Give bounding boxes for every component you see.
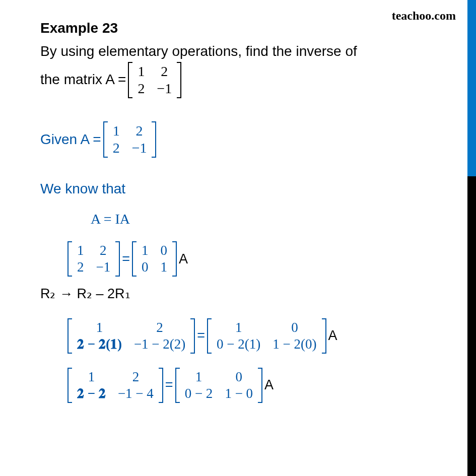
e2L-r1c1: 1 bbox=[74, 319, 125, 336]
question-prefix: the matrix A = bbox=[40, 70, 126, 90]
eq2: 1 𝟐 − 𝟐(𝟏) 2 −1 − 2(2) = 1 0 − 2(1) 0 1 … bbox=[40, 318, 427, 354]
gA-r1c1: 1 bbox=[110, 122, 123, 140]
eq3-sep: = bbox=[165, 377, 173, 393]
e3L-r1c2: 2 bbox=[115, 369, 157, 385]
question-line1: By using elementary operations, find the… bbox=[40, 41, 427, 62]
accent-bar-top bbox=[467, 0, 476, 176]
matrix-A-question: 1 2 2 −1 bbox=[128, 62, 181, 98]
e1R-r2c1: 0 bbox=[139, 259, 152, 276]
eq3-suffix: A bbox=[264, 377, 274, 393]
e1R-r1c2: 0 bbox=[158, 242, 171, 259]
example-title: Example 23 bbox=[40, 20, 427, 36]
given-prefix: Given A = bbox=[40, 131, 101, 148]
e1L-r1c2: 2 bbox=[93, 242, 114, 259]
e2R-r2c1: 0 − 2(1) bbox=[214, 336, 263, 353]
e1L-r2c1: 2 bbox=[74, 259, 87, 276]
e1R-r2c2: 1 bbox=[158, 259, 171, 276]
accent-bar-bottom bbox=[467, 176, 476, 476]
mA-r1c2: 2 bbox=[154, 63, 175, 80]
e2L-r2c2: −1 − 2(2) bbox=[131, 336, 188, 353]
e3L-r1c1: 1 bbox=[74, 369, 109, 385]
e2R-r1c1: 1 bbox=[214, 319, 263, 336]
given-line: Given A = 1 2 2 −1 bbox=[40, 121, 427, 158]
mA-r1c1: 1 bbox=[134, 63, 148, 80]
gA-r2c2: −1 bbox=[129, 140, 150, 157]
e2R-r2c2: 1 − 2(0) bbox=[269, 336, 319, 353]
e3R-r2c1: 0 − 2 bbox=[182, 385, 216, 402]
mA-r2c2: −1 bbox=[154, 80, 175, 97]
e3L-r2c2: −1 − 4 bbox=[115, 385, 157, 402]
eq2-right: 1 0 − 2(1) 0 1 − 2(0) bbox=[207, 318, 326, 354]
watermark: teachoo.com bbox=[392, 9, 456, 23]
mA-r2c1: 2 bbox=[134, 80, 148, 97]
eq-A-IA: A = IA bbox=[40, 211, 427, 227]
eq1-sep: = bbox=[122, 251, 130, 267]
row-operation: R₂ → R₂ – 2R₁ bbox=[40, 284, 427, 304]
gA-r1c2: 2 bbox=[129, 122, 150, 140]
eq3-left: 1 𝟐 − 𝟐 2 −1 − 4 bbox=[67, 368, 163, 403]
question-line2: the matrix A = 1 2 2 −1 bbox=[40, 62, 427, 98]
eq1-left: 1 2 2 −1 bbox=[67, 241, 120, 277]
eq3-right: 1 0 − 2 0 1 − 0 bbox=[175, 368, 262, 403]
eq1-right: 1 0 0 1 bbox=[132, 241, 177, 277]
eq3: 1 𝟐 − 𝟐 2 −1 − 4 = 1 0 − 2 0 1 − 0 A bbox=[40, 368, 427, 403]
e1L-r1c1: 1 bbox=[74, 242, 87, 259]
e3L-r2c1: 𝟐 − 𝟐 bbox=[74, 385, 109, 402]
e2L-r1c2: 2 bbox=[131, 319, 188, 336]
e1L-r2c2: −1 bbox=[93, 259, 114, 276]
e2R-r1c2: 0 bbox=[269, 319, 319, 336]
eq1-suffix: A bbox=[179, 251, 188, 267]
eq2-suffix: A bbox=[328, 328, 337, 344]
e3R-r1c1: 1 bbox=[182, 369, 216, 385]
e2L-r2c1: 𝟐 − 𝟐(𝟏) bbox=[74, 336, 125, 353]
eq1: 1 2 2 −1 = 1 0 0 1 A bbox=[40, 241, 427, 277]
eq2-left: 1 𝟐 − 𝟐(𝟏) 2 −1 − 2(2) bbox=[67, 318, 195, 354]
we-know-line: We know that bbox=[40, 181, 427, 197]
gA-r2c1: 2 bbox=[110, 140, 123, 157]
eq2-sep: = bbox=[197, 328, 205, 344]
e3R-r2c2: 1 − 0 bbox=[222, 385, 256, 402]
e1R-r1c1: 1 bbox=[139, 242, 152, 259]
e3R-r1c2: 0 bbox=[222, 369, 256, 385]
matrix-A-given: 1 2 2 −1 bbox=[103, 121, 157, 158]
